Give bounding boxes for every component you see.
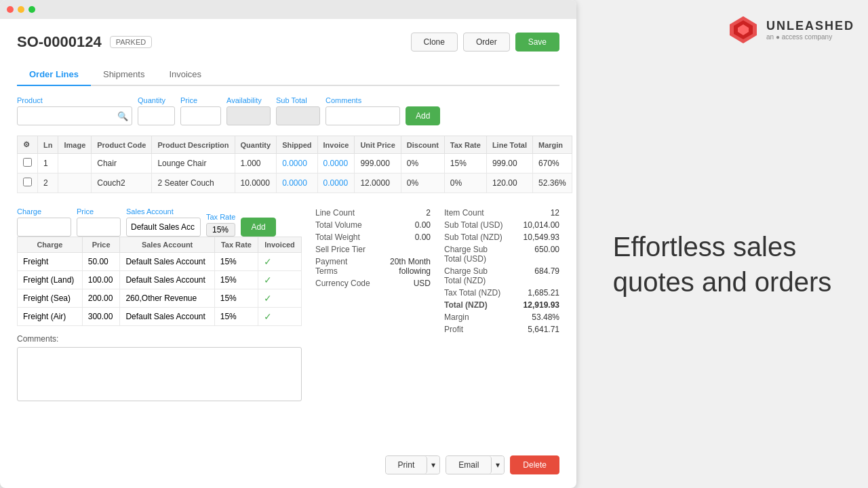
unleashed-logo-icon bbox=[727, 14, 760, 46]
quantity-header: Quantity bbox=[235, 136, 277, 154]
quantity-label: Quantity bbox=[138, 96, 175, 104]
availability-label: Availability bbox=[226, 96, 271, 104]
comments-section-label: Comments: bbox=[17, 334, 302, 344]
row1-product-code: Chair bbox=[92, 154, 152, 174]
email-dropdown[interactable]: ▾ bbox=[492, 456, 504, 474]
header-row: SO-0000124 PARKED Clone Order Save bbox=[17, 33, 559, 52]
row2-unit-price: 12.0000 bbox=[355, 174, 401, 193]
freight-air-price: 300.00 bbox=[82, 308, 120, 326]
add-product-row: Product 🔍 Quantity Price Availability Su… bbox=[17, 96, 559, 125]
image-header: Image bbox=[58, 136, 92, 154]
comments-section: Comments: bbox=[17, 334, 302, 403]
charge-th: Charge bbox=[18, 237, 83, 253]
tax-rate-header: Tax Rate bbox=[444, 136, 486, 154]
quantity-input[interactable] bbox=[138, 106, 175, 125]
row1-invoice[interactable]: 0.0000 bbox=[317, 154, 355, 174]
order-button[interactable]: Order bbox=[463, 33, 510, 52]
table-row: 1 Chair Lounge Chair 1.000 0.0000 0.0000… bbox=[18, 154, 572, 174]
margin-value: 53.48% bbox=[505, 312, 559, 322]
footer-buttons: Print ▾ Email ▾ Delete bbox=[385, 455, 559, 474]
brand-text: UNLEASHED an ● access company bbox=[766, 19, 854, 41]
summary-right-col: Item Count 12 Sub Total (USD) 10,014.00 … bbox=[444, 207, 559, 336]
gear-header[interactable]: ⚙ bbox=[18, 136, 38, 154]
freight-air-tax: 15% bbox=[214, 308, 258, 326]
charge-price-label: Price bbox=[77, 207, 121, 216]
add-product-button[interactable]: Add bbox=[406, 106, 440, 125]
delete-button[interactable]: Delete bbox=[510, 455, 559, 474]
item-count-label: Item Count bbox=[444, 208, 484, 218]
charge-price-input[interactable] bbox=[77, 218, 121, 237]
freight-air-charge: Freight (Air) bbox=[18, 308, 83, 326]
row2-ln: 2 bbox=[38, 174, 58, 193]
freight-sea-price: 200.00 bbox=[82, 289, 120, 308]
freight-tax: 15% bbox=[214, 253, 258, 271]
comments-field-group: Comments bbox=[326, 96, 400, 125]
list-item: Freight (Air) 300.00 Default Sales Accou… bbox=[18, 308, 302, 326]
charge-subtotal-usd-label: Charge Sub Total (USD) bbox=[444, 245, 505, 264]
row1-image bbox=[58, 154, 92, 174]
row2-checkbox[interactable] bbox=[23, 178, 32, 186]
profit-row: Profit 5,641.71 bbox=[444, 323, 559, 336]
price-field-group: Price bbox=[180, 96, 221, 125]
print-button[interactable]: Print bbox=[386, 456, 428, 474]
close-dot[interactable] bbox=[7, 6, 14, 13]
comments-input[interactable] bbox=[326, 106, 400, 125]
row1-shipped[interactable]: 0.0000 bbox=[277, 154, 317, 174]
tab-invoices[interactable]: Invoices bbox=[157, 64, 214, 86]
row2-image bbox=[58, 174, 92, 193]
tab-order-lines[interactable]: Order Lines bbox=[17, 64, 91, 86]
table-row: 2 Couch2 2 Seater Couch 10.0000 0.0000 0… bbox=[18, 174, 572, 193]
comments-textarea[interactable] bbox=[17, 347, 302, 401]
row2-quantity: 10.0000 bbox=[235, 174, 277, 193]
freight-sea-sales-acc: 260,Other Revenue bbox=[120, 289, 214, 308]
subtotal-usd-value: 10,014.00 bbox=[505, 220, 559, 230]
freight-invoiced: ✓ bbox=[258, 253, 302, 271]
product-input[interactable] bbox=[17, 106, 132, 125]
minimize-dot[interactable] bbox=[18, 6, 24, 13]
freight-charge: Freight bbox=[18, 253, 83, 271]
order-id: SO-0000124 bbox=[17, 33, 102, 51]
line-count-row: Line Count 2 bbox=[315, 207, 431, 219]
freight-price: 50.00 bbox=[82, 253, 120, 271]
row2-invoice[interactable]: 0.0000 bbox=[317, 174, 355, 193]
charge-subtotal-nzd-label: Charge Sub Total (NZD) bbox=[444, 266, 505, 285]
email-button[interactable]: Email bbox=[446, 456, 492, 474]
charge-table: Charge Price Sales Account Tax Rate Invo… bbox=[17, 237, 302, 326]
row2-shipped[interactable]: 0.0000 bbox=[277, 174, 317, 193]
row2-discount: 0% bbox=[401, 174, 444, 193]
search-icon: 🔍 bbox=[117, 111, 128, 121]
charge-sales-account-label: Sales Account bbox=[126, 207, 201, 216]
charge-price-field-group: Price bbox=[77, 207, 121, 237]
charge-input[interactable] bbox=[17, 218, 71, 237]
tax-total-nzd-value: 1,685.21 bbox=[505, 288, 559, 298]
right-panel: UNLEASHED an ● access company Effortless… bbox=[576, 0, 868, 488]
subtotal-input[interactable] bbox=[276, 106, 320, 125]
charge-add-row: Charge Price Sales Account Tax Rate 15% bbox=[17, 207, 302, 237]
freight-sea-tax: 15% bbox=[214, 289, 258, 308]
charge-sales-account-input[interactable] bbox=[126, 218, 201, 237]
availability-input[interactable] bbox=[226, 106, 271, 125]
add-charge-button[interactable]: Add bbox=[241, 218, 275, 237]
print-dropdown[interactable]: ▾ bbox=[427, 456, 439, 474]
price-input[interactable] bbox=[180, 106, 221, 125]
freight-sales-acc: Default Sales Account bbox=[120, 253, 214, 271]
maximize-dot[interactable] bbox=[28, 6, 35, 13]
brand-sub: an ● access company bbox=[766, 33, 854, 41]
charge-subtotal-nzd-value: 684.79 bbox=[505, 266, 559, 285]
status-badge: PARKED bbox=[110, 36, 152, 48]
row2-line-total: 120.00 bbox=[486, 174, 532, 193]
sell-price-tier-value bbox=[376, 245, 431, 254]
promo-line1: Effortless sales quotes and orders bbox=[613, 229, 831, 300]
tab-shipments[interactable]: Shipments bbox=[91, 64, 157, 86]
invoiced-th: Invoiced bbox=[258, 237, 302, 253]
clone-button[interactable]: Clone bbox=[411, 33, 458, 52]
tabs: Order Lines Shipments Invoices bbox=[17, 64, 559, 86]
subtotal-field-group: Sub Total bbox=[276, 96, 320, 125]
save-button[interactable]: Save bbox=[515, 33, 559, 52]
charge-subtotal-usd-row: Charge Sub Total (USD) 650.00 bbox=[444, 243, 559, 265]
row1-checkbox[interactable] bbox=[23, 158, 32, 167]
total-weight-row: Total Weight 0.00 bbox=[315, 231, 431, 243]
charge-field-group: Charge bbox=[17, 207, 71, 237]
bottom-section: Charge Price Sales Account Tax Rate 15% bbox=[17, 207, 559, 403]
product-label: Product bbox=[17, 96, 132, 104]
